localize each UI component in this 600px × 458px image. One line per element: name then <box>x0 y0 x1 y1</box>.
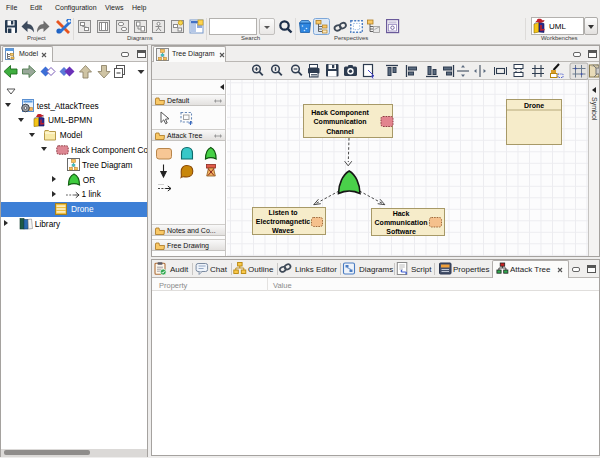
svg-text:Listen to: Listen to <box>268 209 297 216</box>
svg-text:Communication: Communication <box>314 118 367 125</box>
svg-text:Communication: Communication <box>375 219 428 226</box>
svg-text:Hack: Hack <box>393 210 410 217</box>
svg-text:Waves: Waves <box>272 227 294 234</box>
svg-text:Hack Component: Hack Component <box>311 109 369 117</box>
svg-text:Drone: Drone <box>524 102 544 109</box>
svg-text:Software: Software <box>386 228 416 235</box>
svg-text:Electromagnetic: Electromagnetic <box>256 218 311 226</box>
svg-text:Channel: Channel <box>326 128 354 135</box>
